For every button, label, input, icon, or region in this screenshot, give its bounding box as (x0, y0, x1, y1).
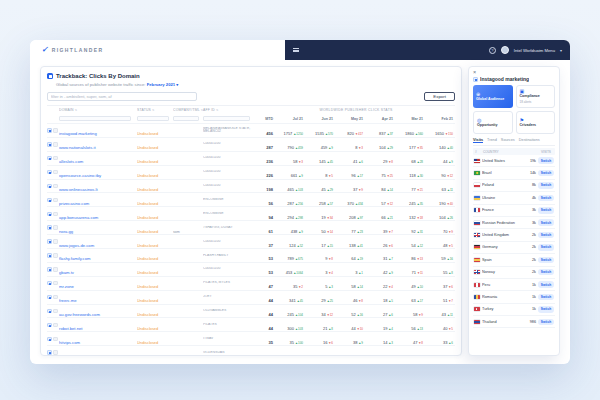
flag-ua-icon (474, 196, 480, 200)
drawer-card-label: Compliance (520, 95, 540, 99)
stat-column-label[interactable]: Jul 21 (275, 117, 305, 121)
column-label: COMPANY/TML (173, 108, 200, 112)
flag-de-icon (474, 245, 480, 249)
switch-button[interactable]: Switch (538, 182, 554, 189)
affid-cell: JOEY (203, 295, 254, 299)
external-link-icon[interactable] (53, 184, 58, 189)
logo[interactable]: ✓ RIGHTLANDER (30, 40, 285, 60)
switch-button[interactable]: Switch (538, 269, 554, 276)
country-row: Russian Federation3kSwitch (473, 217, 555, 229)
stat-column-label[interactable]: Jun 21 (305, 117, 335, 121)
country-name: Germany (482, 245, 523, 249)
switch-button[interactable]: Switch (538, 232, 554, 239)
table-toolbar: Export (47, 92, 455, 102)
drawer-card-compliance[interactable]: ▣Compliance18 alerts (516, 85, 556, 108)
external-link-icon[interactable] (53, 198, 58, 203)
export-button[interactable]: Export (424, 92, 455, 102)
status-filter-box[interactable] (137, 116, 169, 122)
apps-grid-icon[interactable] (478, 47, 484, 53)
country-row: Brazil14kSwitch (473, 167, 555, 179)
tab-trend[interactable]: Trend (487, 138, 497, 143)
column-label: STATUS (137, 108, 151, 112)
stat-column-label[interactable]: May 21 (335, 117, 365, 121)
country-visits: 2k (525, 258, 536, 262)
switch-button[interactable]: Switch (538, 219, 554, 226)
tab-sources[interactable]: Sources (501, 138, 515, 143)
publisher-icon (473, 77, 478, 82)
external-link-icon[interactable] (53, 225, 58, 230)
favicon-icon (47, 253, 52, 258)
country-name: Russian Federation (482, 221, 523, 225)
external-link-icon[interactable] (53, 267, 58, 272)
affid-filter-box[interactable] (203, 116, 250, 122)
external-link-icon[interactable] (53, 212, 58, 217)
avatar[interactable] (501, 46, 509, 54)
trackback-card: Trackback: Clicks By Domain Global sourc… (40, 66, 462, 356)
stat-cell: 41▲9 (395, 344, 425, 355)
switch-button[interactable]: Switch (538, 306, 554, 313)
external-link-icon[interactable] (53, 253, 58, 258)
affid-cell: C00001100 (203, 142, 254, 146)
switch-button[interactable]: Switch (538, 294, 554, 301)
row-icons (47, 156, 59, 161)
external-link-icon[interactable] (53, 170, 58, 175)
row-icons (47, 323, 59, 328)
stat-column-label[interactable]: Mar 21 (395, 117, 425, 121)
help-icon[interactable]: ? (489, 47, 496, 54)
external-link-icon[interactable] (53, 156, 58, 161)
switch-button[interactable]: Switch (538, 244, 554, 251)
domain-filter-box[interactable] (59, 116, 131, 122)
external-link-icon[interactable] (53, 142, 58, 147)
company-filter-box[interactable] (173, 116, 199, 122)
drawer-card-global-audience[interactable]: ⊕Global Audience (473, 85, 513, 108)
switch-button[interactable]: Switch (538, 281, 554, 288)
stat-column-label[interactable]: Apr 21 (365, 117, 395, 121)
row-icons (47, 128, 59, 133)
tab-destinations[interactable]: Destinations (519, 138, 540, 143)
row-icons (47, 281, 59, 286)
country-header: COUNTRY (483, 150, 525, 154)
tab-visits[interactable]: Visits (473, 138, 483, 143)
switch-button[interactable]: Switch (538, 207, 554, 214)
row-icons (47, 239, 59, 244)
country-name: France (482, 208, 523, 212)
stat-column-label[interactable]: Feb 21 (425, 117, 455, 121)
drawer-card-label: Global Audience (476, 98, 504, 102)
visits-header: VISITS (525, 150, 553, 154)
filter-input[interactable] (47, 92, 197, 101)
country-list: United States19kSwitchBrazil14kSwitchPol… (473, 155, 555, 352)
external-link-icon[interactable] (53, 337, 58, 342)
switch-button[interactable]: Switch (538, 319, 554, 326)
column-header-status[interactable]: STATUS⇅ (137, 108, 173, 112)
affid-cell: C00001100 (203, 267, 254, 271)
stat-column-label[interactable]: MTD (257, 117, 275, 121)
close-icon[interactable]: × (473, 70, 476, 76)
domain-link[interactable]: oc21.legal.com (59, 354, 87, 355)
external-link-icon[interactable] (53, 350, 58, 355)
external-link-icon[interactable] (53, 309, 58, 314)
column-header-company[interactable]: COMPANY/TML⇅ (173, 108, 203, 112)
external-link-icon[interactable] (53, 295, 58, 300)
user-menu[interactable]: Intel Worldswim Menu (514, 48, 555, 53)
column-header-affid[interactable]: AFF ID⇅ (203, 108, 257, 112)
external-link-icon[interactable] (53, 323, 58, 328)
drawer-card-crivaders[interactable]: ⚑Crivaders (516, 111, 556, 134)
flag-no-icon (474, 270, 480, 274)
date-filter[interactable]: February 2021 ▾ (147, 82, 179, 87)
switch-button[interactable]: Switch (538, 257, 554, 264)
switch-button[interactable]: Switch (538, 157, 554, 164)
favicon-icon (47, 337, 52, 342)
drawer-card-opportunity[interactable]: ◎Opportunity (473, 111, 513, 134)
switch-button[interactable]: Switch (538, 195, 554, 202)
switch-button[interactable]: Switch (538, 170, 554, 177)
column-header-domain[interactable]: DOMAIN⇅ (59, 108, 137, 112)
external-link-icon[interactable] (53, 239, 58, 244)
company-cell: som (173, 230, 180, 234)
country-row: Thailand986Switch (473, 316, 555, 328)
table-row[interactable]: oc21.legal.comUndisclosedGOZENSUAN4535▲1… (47, 345, 455, 355)
country-visits: 1k (525, 307, 536, 311)
menu-icon[interactable] (293, 48, 299, 52)
external-link-icon[interactable] (53, 128, 58, 133)
external-link-icon[interactable] (53, 281, 58, 286)
favicon-icon (47, 309, 52, 314)
